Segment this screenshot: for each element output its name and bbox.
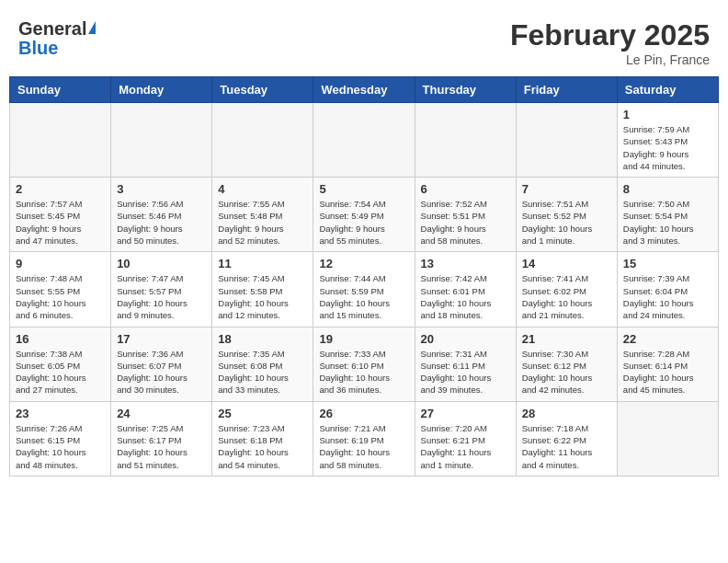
calendar-day-cell: 10Sunrise: 7:47 AM Sunset: 5:57 PM Dayli… — [111, 252, 212, 327]
calendar-week-row: 2Sunrise: 7:57 AM Sunset: 5:45 PM Daylig… — [10, 178, 719, 252]
day-number: 19 — [319, 332, 408, 346]
calendar-day-cell — [212, 103, 313, 178]
day-info: Sunrise: 7:54 AM Sunset: 5:49 PM Dayligh… — [319, 198, 408, 247]
day-number: 18 — [218, 332, 307, 346]
day-info: Sunrise: 7:59 AM Sunset: 5:43 PM Dayligh… — [623, 123, 712, 172]
day-info: Sunrise: 7:42 AM Sunset: 6:01 PM Dayligh… — [421, 272, 510, 321]
calendar-day-cell: 9Sunrise: 7:48 AM Sunset: 5:55 PM Daylig… — [10, 252, 111, 327]
weekday-header-thursday: Thursday — [415, 77, 516, 103]
calendar-day-cell: 20Sunrise: 7:31 AM Sunset: 6:11 PM Dayli… — [415, 327, 516, 401]
weekday-header-sunday: Sunday — [10, 77, 111, 103]
weekday-header-row: SundayMondayTuesdayWednesdayThursdayFrid… — [10, 77, 719, 103]
calendar-week-row: 23Sunrise: 7:26 AM Sunset: 6:15 PM Dayli… — [10, 401, 719, 476]
day-number: 4 — [218, 182, 307, 196]
day-info: Sunrise: 7:33 AM Sunset: 6:10 PM Dayligh… — [319, 348, 408, 396]
day-number: 8 — [623, 182, 712, 196]
day-info: Sunrise: 7:41 AM Sunset: 6:02 PM Dayligh… — [522, 272, 611, 321]
day-info: Sunrise: 7:25 AM Sunset: 6:17 PM Dayligh… — [117, 422, 206, 471]
weekday-header-monday: Monday — [111, 77, 212, 103]
day-number: 11 — [218, 257, 307, 270]
calendar-day-cell — [10, 103, 111, 178]
day-number: 1 — [623, 108, 712, 121]
day-number: 6 — [421, 182, 510, 196]
day-info: Sunrise: 7:44 AM Sunset: 5:59 PM Dayligh… — [319, 272, 408, 321]
day-info: Sunrise: 7:28 AM Sunset: 6:14 PM Dayligh… — [623, 348, 712, 396]
day-number: 28 — [522, 407, 611, 420]
day-number: 23 — [16, 407, 105, 420]
month-title: February 2025 — [510, 18, 710, 52]
day-number: 27 — [421, 407, 510, 420]
calendar-week-row: 16Sunrise: 7:38 AM Sunset: 6:05 PM Dayli… — [10, 327, 719, 401]
logo-triangle-icon — [88, 21, 96, 34]
calendar-day-cell — [516, 103, 617, 178]
calendar-day-cell: 12Sunrise: 7:44 AM Sunset: 5:59 PM Dayli… — [313, 252, 415, 327]
day-number: 7 — [522, 182, 611, 196]
day-info: Sunrise: 7:56 AM Sunset: 5:46 PM Dayligh… — [117, 198, 206, 247]
day-info: Sunrise: 7:23 AM Sunset: 6:18 PM Dayligh… — [218, 422, 307, 471]
calendar-day-cell: 19Sunrise: 7:33 AM Sunset: 6:10 PM Dayli… — [313, 327, 415, 401]
calendar-day-cell — [617, 401, 718, 476]
calendar-day-cell — [111, 103, 212, 178]
day-info: Sunrise: 7:57 AM Sunset: 5:45 PM Dayligh… — [16, 198, 105, 247]
calendar-day-cell: 26Sunrise: 7:21 AM Sunset: 6:19 PM Dayli… — [313, 401, 415, 476]
day-number: 24 — [117, 407, 206, 420]
calendar-day-cell: 11Sunrise: 7:45 AM Sunset: 5:58 PM Dayli… — [212, 252, 313, 327]
day-number: 25 — [218, 407, 307, 420]
day-number: 21 — [522, 332, 611, 346]
day-number: 20 — [421, 332, 510, 346]
day-info: Sunrise: 7:31 AM Sunset: 6:11 PM Dayligh… — [421, 348, 510, 396]
day-info: Sunrise: 7:26 AM Sunset: 6:15 PM Dayligh… — [16, 422, 105, 471]
calendar-day-cell: 15Sunrise: 7:39 AM Sunset: 6:04 PM Dayli… — [617, 252, 718, 327]
day-number: 26 — [319, 407, 408, 420]
day-info: Sunrise: 7:20 AM Sunset: 6:21 PM Dayligh… — [421, 422, 510, 471]
day-number: 14 — [522, 257, 611, 270]
day-info: Sunrise: 7:30 AM Sunset: 6:12 PM Dayligh… — [522, 348, 611, 396]
day-number: 22 — [623, 332, 712, 346]
day-number: 2 — [16, 182, 105, 196]
title-block: February 2025 Le Pin, France — [510, 18, 710, 67]
calendar-day-cell — [415, 103, 516, 178]
page-header: General Blue February 2025 Le Pin, Franc… — [9, 9, 719, 72]
day-info: Sunrise: 7:48 AM Sunset: 5:55 PM Dayligh… — [16, 272, 105, 321]
calendar-day-cell: 8Sunrise: 7:50 AM Sunset: 5:54 PM Daylig… — [617, 178, 718, 252]
weekday-header-wednesday: Wednesday — [313, 77, 415, 103]
calendar-day-cell: 5Sunrise: 7:54 AM Sunset: 5:49 PM Daylig… — [313, 178, 415, 252]
calendar-day-cell: 2Sunrise: 7:57 AM Sunset: 5:45 PM Daylig… — [10, 178, 111, 252]
day-info: Sunrise: 7:38 AM Sunset: 6:05 PM Dayligh… — [16, 348, 105, 396]
day-number: 15 — [623, 257, 712, 270]
location-text: Le Pin, France — [510, 52, 710, 67]
day-info: Sunrise: 7:36 AM Sunset: 6:07 PM Dayligh… — [117, 348, 206, 396]
day-info: Sunrise: 7:47 AM Sunset: 5:57 PM Dayligh… — [117, 272, 206, 321]
day-info: Sunrise: 7:45 AM Sunset: 5:58 PM Dayligh… — [218, 272, 307, 321]
day-info: Sunrise: 7:55 AM Sunset: 5:48 PM Dayligh… — [218, 198, 307, 247]
calendar-day-cell: 4Sunrise: 7:55 AM Sunset: 5:48 PM Daylig… — [212, 178, 313, 252]
calendar-day-cell — [313, 103, 415, 178]
day-number: 17 — [117, 332, 206, 346]
day-number: 5 — [319, 182, 408, 196]
weekday-header-friday: Friday — [516, 77, 617, 103]
day-number: 10 — [117, 257, 206, 270]
day-number: 13 — [421, 257, 510, 270]
weekday-header-saturday: Saturday — [617, 77, 718, 103]
calendar-day-cell: 3Sunrise: 7:56 AM Sunset: 5:46 PM Daylig… — [111, 178, 212, 252]
logo: General Blue — [18, 18, 96, 59]
calendar-day-cell: 13Sunrise: 7:42 AM Sunset: 6:01 PM Dayli… — [415, 252, 516, 327]
calendar-day-cell: 18Sunrise: 7:35 AM Sunset: 6:08 PM Dayli… — [212, 327, 313, 401]
logo-general-text: General — [18, 18, 86, 40]
day-info: Sunrise: 7:50 AM Sunset: 5:54 PM Dayligh… — [623, 198, 712, 247]
calendar-day-cell: 17Sunrise: 7:36 AM Sunset: 6:07 PM Dayli… — [111, 327, 212, 401]
day-number: 9 — [16, 257, 105, 270]
weekday-header-tuesday: Tuesday — [212, 77, 313, 103]
calendar-day-cell: 22Sunrise: 7:28 AM Sunset: 6:14 PM Dayli… — [617, 327, 718, 401]
day-info: Sunrise: 7:51 AM Sunset: 5:52 PM Dayligh… — [522, 198, 611, 247]
calendar-day-cell: 28Sunrise: 7:18 AM Sunset: 6:22 PM Dayli… — [516, 401, 617, 476]
day-info: Sunrise: 7:21 AM Sunset: 6:19 PM Dayligh… — [319, 422, 408, 471]
logo-blue-text: Blue — [18, 38, 58, 59]
calendar-day-cell: 7Sunrise: 7:51 AM Sunset: 5:52 PM Daylig… — [516, 178, 617, 252]
calendar-table: SundayMondayTuesdayWednesdayThursdayFrid… — [9, 76, 719, 477]
day-number: 3 — [117, 182, 206, 196]
calendar-day-cell: 23Sunrise: 7:26 AM Sunset: 6:15 PM Dayli… — [10, 401, 111, 476]
calendar-day-cell: 24Sunrise: 7:25 AM Sunset: 6:17 PM Dayli… — [111, 401, 212, 476]
calendar-day-cell: 21Sunrise: 7:30 AM Sunset: 6:12 PM Dayli… — [516, 327, 617, 401]
day-info: Sunrise: 7:52 AM Sunset: 5:51 PM Dayligh… — [421, 198, 510, 247]
